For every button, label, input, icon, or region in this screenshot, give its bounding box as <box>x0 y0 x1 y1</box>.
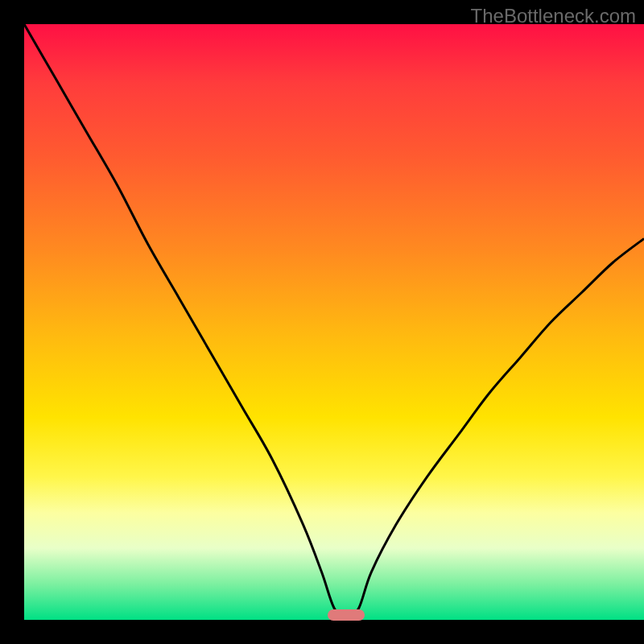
bottleneck-curve-line <box>24 24 644 620</box>
chart-plot-area <box>24 24 644 620</box>
watermark-text: TheBottleneck.com <box>471 5 636 27</box>
optimal-point-marker <box>328 609 365 621</box>
chart-curve-svg <box>24 24 644 620</box>
